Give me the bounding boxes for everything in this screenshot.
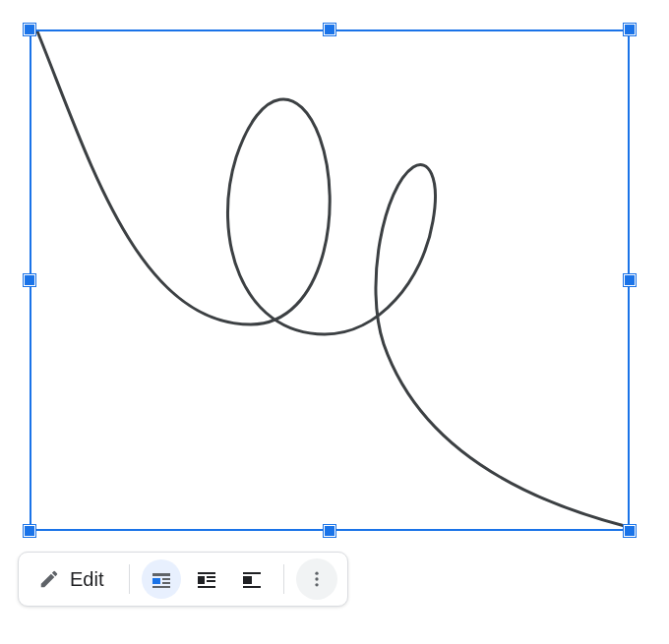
edit-button-label: Edit: [70, 568, 103, 591]
more-options-button[interactable]: [296, 558, 337, 600]
drawing-selection[interactable]: [30, 29, 630, 531]
resize-handle-w[interactable]: [24, 274, 35, 286]
resize-handle-ne[interactable]: [624, 24, 636, 35]
svg-rect-7: [207, 576, 215, 578]
svg-rect-0: [152, 573, 170, 576]
resize-handle-n[interactable]: [324, 24, 335, 35]
svg-point-15: [316, 583, 319, 586]
break-text-button[interactable]: [232, 559, 272, 599]
svg-point-13: [316, 572, 319, 575]
svg-rect-5: [198, 572, 215, 574]
more-vertical-icon: [307, 569, 327, 589]
wrap-text-button[interactable]: [187, 559, 226, 599]
svg-rect-10: [243, 572, 261, 574]
svg-rect-2: [162, 578, 170, 580]
svg-point-14: [316, 577, 319, 580]
toolbar-divider: [283, 564, 284, 594]
svg-rect-1: [152, 578, 160, 584]
image-options-toolbar: Edit: [18, 552, 348, 607]
break-text-icon: [240, 567, 264, 591]
svg-rect-9: [198, 586, 215, 588]
drawing-canvas[interactable]: [30, 29, 630, 531]
resize-handle-s[interactable]: [324, 525, 335, 537]
resize-handle-nw[interactable]: [24, 24, 35, 35]
wrap-text-icon: [195, 567, 218, 591]
svg-rect-6: [198, 576, 205, 584]
toolbar-divider: [129, 564, 130, 594]
resize-handle-se[interactable]: [624, 525, 636, 537]
svg-rect-11: [243, 576, 252, 584]
svg-rect-4: [152, 586, 170, 588]
edit-button[interactable]: Edit: [29, 560, 117, 599]
inline-wrap-icon: [150, 567, 173, 591]
svg-rect-8: [207, 580, 215, 582]
svg-rect-3: [162, 582, 170, 584]
resize-handle-sw[interactable]: [24, 525, 35, 537]
pencil-icon: [38, 568, 60, 590]
resize-handle-e[interactable]: [624, 274, 636, 286]
svg-rect-12: [243, 586, 261, 588]
inline-wrap-button[interactable]: [142, 559, 181, 599]
